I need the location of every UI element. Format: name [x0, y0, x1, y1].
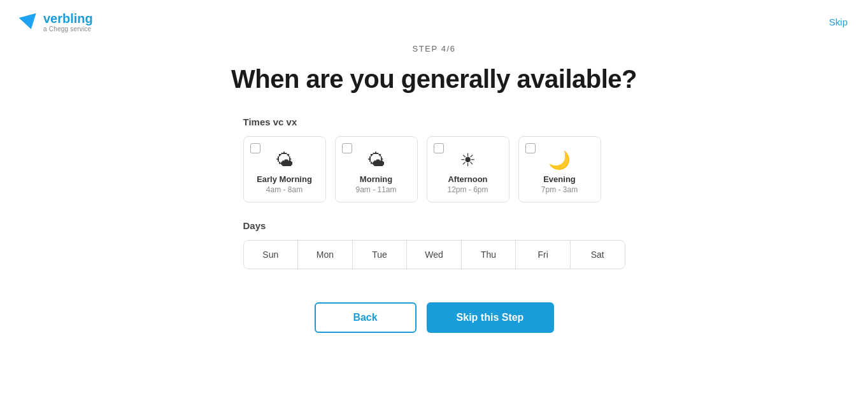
day-cell-thu[interactable]: Thu — [462, 241, 516, 269]
back-button[interactable]: Back — [315, 302, 416, 333]
day-cell-mon[interactable]: Mon — [298, 241, 353, 269]
day-cell-tue[interactable]: Tue — [353, 241, 408, 269]
days-section-label: Days — [243, 220, 625, 231]
time-icon: 🌙 — [548, 150, 571, 171]
logo-icon — [19, 13, 40, 31]
time-card-checkbox[interactable] — [434, 143, 444, 153]
day-cell-sun[interactable]: Sun — [244, 241, 299, 269]
skip-step-button[interactable]: Skip this Step — [427, 302, 554, 333]
time-card-checkbox[interactable] — [525, 143, 536, 153]
time-card-range: 7pm - 3am — [541, 185, 578, 194]
time-card-early-morning[interactable]: 🌤 Early Morning 4am - 8am — [243, 136, 326, 202]
time-card-evening[interactable]: 🌙 Evening 7pm - 3am — [518, 136, 601, 202]
time-card-name: Morning — [360, 174, 392, 184]
time-icon: 🌤 — [276, 150, 294, 171]
logo-sub: a Chegg service — [43, 25, 93, 32]
time-card-range: 4am - 8am — [266, 185, 302, 194]
time-icon: ☀ — [460, 150, 476, 171]
days-row: SunMonTueWedThuFriSat — [243, 240, 625, 269]
actions-bar: Back Skip this Step — [243, 302, 625, 333]
step-indicator: STEP 4/6 — [0, 44, 868, 53]
logo-brand: verbling — [43, 11, 93, 25]
logo: verbling a Chegg service — [20, 11, 93, 32]
time-card-name: Early Morning — [257, 174, 312, 184]
time-card-name: Afternoon — [448, 174, 487, 184]
times-section-label: Times vc vx — [243, 116, 625, 127]
time-card-name: Evening — [543, 174, 576, 184]
time-card-checkbox[interactable] — [342, 143, 352, 153]
page-title: When are you generally available? — [0, 65, 868, 94]
skip-link[interactable]: Skip — [829, 17, 848, 27]
times-grid: 🌤 Early Morning 4am - 8am 🌤 Morning 9am … — [243, 136, 625, 202]
day-cell-wed[interactable]: Wed — [407, 241, 462, 269]
time-icon: 🌤 — [367, 150, 385, 171]
day-cell-fri[interactable]: Fri — [516, 241, 571, 269]
time-card-checkbox[interactable] — [250, 143, 260, 153]
time-card-range: 9am - 11am — [355, 185, 396, 194]
time-card-afternoon[interactable]: ☀ Afternoon 12pm - 6pm — [427, 136, 509, 202]
time-card-morning[interactable]: 🌤 Morning 9am - 11am — [335, 136, 418, 202]
day-cell-sat[interactable]: Sat — [571, 241, 625, 269]
time-card-range: 12pm - 6pm — [447, 185, 488, 194]
